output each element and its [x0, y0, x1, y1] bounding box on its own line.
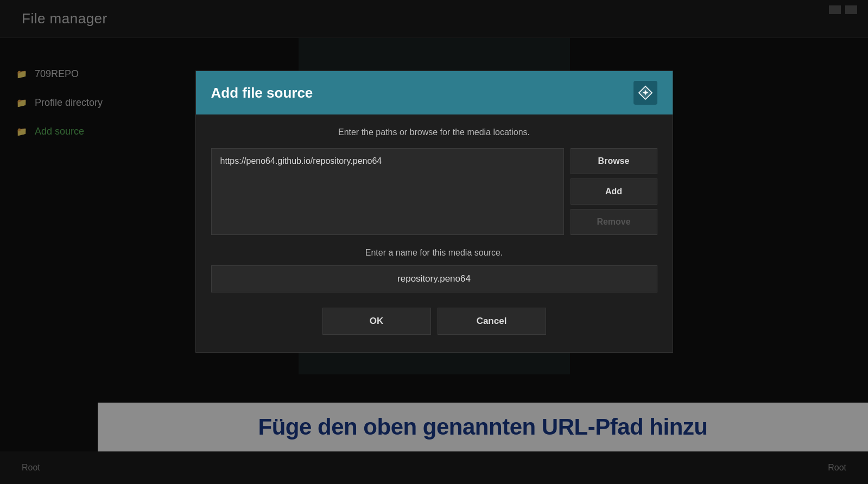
path-section: https://peno64.github.io/repository.peno…: [211, 148, 657, 235]
ok-button[interactable]: OK: [322, 308, 431, 335]
add-button[interactable]: Add: [571, 179, 657, 205]
dialog-title: Add file source: [211, 85, 313, 101]
side-buttons: Browse Add Remove: [571, 148, 657, 235]
dialog-actions: OK Cancel: [211, 308, 657, 335]
dialog-header: Add file source ✦: [196, 71, 673, 114]
cancel-button[interactable]: Cancel: [438, 308, 546, 335]
path-value: https://peno64.github.io/repository.peno…: [220, 156, 555, 166]
remove-button[interactable]: Remove: [571, 209, 657, 235]
dialog-subtitle: Enter the paths or browse for the media …: [211, 128, 657, 137]
dialog-body: Enter the paths or browse for the media …: [196, 114, 673, 352]
name-label: Enter a name for this media source.: [211, 248, 657, 258]
svg-text:✦: ✦: [642, 88, 649, 97]
browse-button[interactable]: Browse: [571, 148, 657, 174]
add-file-source-dialog: Add file source ✦ Enter the paths or bro…: [195, 71, 673, 353]
name-section: Enter a name for this media source. repo…: [211, 248, 657, 292]
path-input-area[interactable]: https://peno64.github.io/repository.peno…: [211, 148, 564, 235]
name-input[interactable]: repository.peno64: [211, 265, 657, 292]
kodi-icon: ✦: [637, 84, 654, 101]
kodi-logo: ✦: [633, 81, 657, 105]
